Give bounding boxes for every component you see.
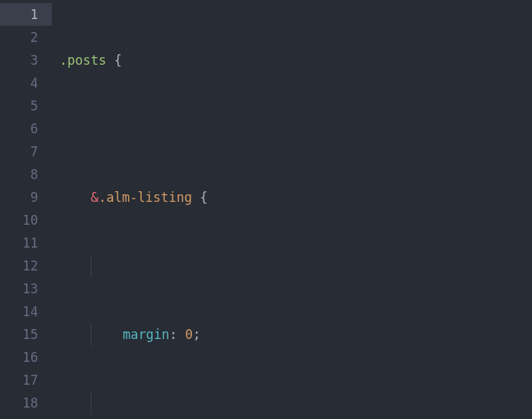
code-area[interactable]: .posts { &.alm-listing { margin: 0; } @i…	[59, 0, 309, 419]
line-number[interactable]: 6	[0, 117, 52, 140]
punct-token	[192, 190, 200, 205]
line-number[interactable]: 12	[0, 254, 52, 277]
line-number[interactable]: 3	[0, 49, 52, 72]
class-token: .alm-listing	[98, 190, 192, 205]
indent	[59, 395, 91, 411]
brace-token: {	[200, 190, 207, 205]
indent	[59, 327, 91, 342]
code-editor: 1 2 3 4 5 6 7 8 9 10 11 12 13 14 15 16 1…	[0, 0, 532, 419]
line-number[interactable]: 9	[0, 186, 52, 209]
punct-token	[178, 327, 185, 342]
line-number[interactable]: 14	[0, 300, 52, 323]
indent-guide	[91, 323, 123, 346]
property-token: margin	[123, 327, 169, 342]
line-number[interactable]: 11	[0, 232, 52, 254]
line-number[interactable]: 7	[0, 140, 52, 163]
line-number[interactable]: 15	[0, 323, 52, 346]
code-line	[59, 254, 309, 277]
line-number[interactable]: 10	[0, 209, 52, 232]
code-line: margin: 0;	[59, 323, 309, 346]
line-number[interactable]: 13	[0, 277, 52, 300]
indent	[91, 327, 123, 342]
code-line: .posts {	[59, 49, 309, 72]
line-number[interactable]: 18	[0, 392, 52, 414]
line-number[interactable]: 2	[0, 26, 52, 49]
parent-selector-token: &	[91, 190, 98, 205]
line-number[interactable]: 4	[0, 72, 52, 94]
line-number-gutter: 1 2 3 4 5 6 7 8 9 10 11 12 13 14 15 16 1…	[0, 0, 59, 419]
indent-guide	[91, 392, 91, 414]
line-number[interactable]: 1	[0, 3, 52, 26]
brace-token: {	[114, 53, 122, 68]
number-token: 0	[185, 327, 193, 342]
code-line	[59, 117, 309, 140]
line-number[interactable]: 5	[0, 94, 52, 117]
line-number[interactable]: 16	[0, 346, 52, 369]
line-number[interactable]: 8	[0, 163, 52, 186]
indent-guide	[91, 254, 91, 277]
semicolon-token: ;	[193, 327, 200, 342]
code-line	[59, 392, 309, 414]
indent	[59, 190, 91, 205]
colon-token: :	[169, 327, 177, 342]
punct-token	[106, 53, 114, 68]
code-line: &.alm-listing {	[59, 186, 309, 209]
indent	[59, 258, 91, 273]
selector-token: .posts	[59, 53, 106, 68]
line-number[interactable]: 17	[0, 369, 52, 392]
